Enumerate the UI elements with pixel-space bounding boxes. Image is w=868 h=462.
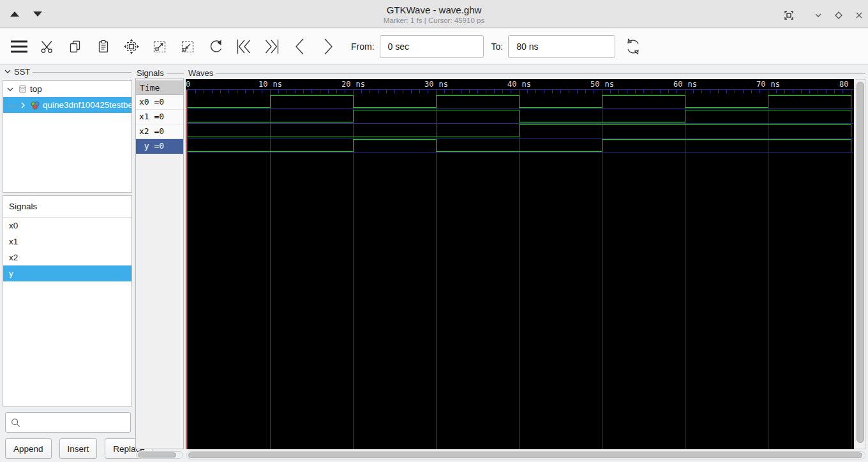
waves-hscrollbar[interactable]	[186, 451, 865, 459]
close-icon	[854, 10, 864, 20]
maximize-button[interactable]	[832, 9, 845, 22]
copy-button[interactable]	[61, 33, 89, 61]
waves-hscrollbar-thumb[interactable]	[188, 452, 862, 458]
zoom-out-button[interactable]	[174, 33, 202, 61]
sst-frame-label: SST	[4, 66, 131, 77]
titlebar: GTKWave - wave.ghw Marker: 1 fs | Cursor…	[0, 0, 868, 28]
zoom-in-icon	[151, 38, 168, 55]
wave-signal-name: x1	[139, 110, 149, 124]
cut-button[interactable]	[33, 33, 61, 61]
wave-names-hscrollbar-thumb[interactable]	[138, 452, 176, 458]
scissors-icon	[40, 39, 55, 54]
time-header[interactable]: Time	[136, 80, 183, 95]
waveform-trace-x1[interactable]	[188, 110, 851, 123]
database-icon	[17, 84, 28, 94]
chevron-right-icon	[320, 37, 336, 56]
clipboard-paste-icon	[96, 39, 111, 54]
search-icon	[10, 417, 21, 428]
window-title: GTKWave - wave.ghw	[0, 4, 868, 15]
close-button[interactable]	[853, 9, 865, 22]
skip-to-end-icon	[263, 38, 281, 56]
chevron-down-icon	[813, 10, 823, 20]
wave-names-panel: Time x0 =0x1 =0x2 =0y =0	[135, 78, 184, 449]
waves-vscrollbar-thumb[interactable]	[857, 82, 864, 443]
copy-icon	[68, 39, 83, 54]
waves-vscrollbar[interactable]	[855, 79, 866, 449]
waveform-canvas[interactable]: 010ns20ns30ns40ns50ns60ns70ns80ns	[186, 79, 854, 449]
toolbar: From: To:	[0, 29, 868, 64]
menu-button[interactable]	[5, 33, 33, 61]
wave-signal-value: =0	[149, 97, 164, 107]
fullscreen-button[interactable]	[782, 9, 795, 22]
waveform-trace-x2[interactable]	[188, 125, 851, 137]
tree-item-label: top	[30, 84, 42, 94]
wave-names-frame-label: Signals	[137, 68, 184, 78]
expander-open-icon[interactable]	[5, 84, 15, 94]
sst-tree-item-top[interactable]: top	[3, 81, 131, 97]
to-label: To:	[491, 41, 504, 52]
reload-button[interactable]	[619, 33, 647, 61]
zoom-out-icon	[179, 38, 196, 55]
shift-left-button[interactable]	[286, 33, 314, 61]
search-input[interactable]	[21, 418, 126, 428]
sst-tree-panel: topquine3dnf100425testbe	[3, 80, 132, 193]
sst-label: SST	[14, 67, 30, 77]
waveform-svg	[186, 79, 854, 449]
wave-names-hscrollbar[interactable]	[136, 451, 183, 459]
signal-search-results-panel: Signals x0x1x2y	[3, 195, 132, 406]
from-input[interactable]	[380, 35, 484, 58]
go-to-end-button[interactable]	[258, 33, 286, 61]
diamond-icon	[834, 10, 844, 20]
waveform-trace-x0[interactable]	[188, 96, 851, 108]
go-to-start-button[interactable]	[230, 33, 258, 61]
to-input[interactable]	[508, 35, 615, 58]
tree-guide-line	[8, 98, 16, 107]
zoom-fit-button[interactable]	[117, 33, 146, 61]
insert-button[interactable]: Insert	[59, 438, 98, 459]
zoom-fit-icon	[123, 38, 140, 55]
signal-action-buttons: Append Insert Replace	[5, 438, 153, 459]
skip-to-start-icon	[235, 38, 253, 56]
waves-label: Waves	[188, 68, 213, 78]
fullscreen-icon	[784, 10, 794, 20]
signals-list-header: Signals	[3, 196, 131, 218]
wave-signal-row-x1[interactable]: x1 =0	[136, 110, 183, 124]
undo-button[interactable]	[202, 33, 230, 61]
zoom-in-button[interactable]	[146, 33, 174, 61]
module-icon	[29, 100, 41, 110]
waves-frame-label: Waves	[188, 68, 865, 78]
marker-cursor-status: Marker: 1 fs | Cursor: 45910 ps	[0, 17, 868, 24]
paste-button[interactable]	[89, 33, 117, 61]
append-button[interactable]: Append	[5, 438, 52, 459]
wave-signal-name: x2	[139, 124, 149, 138]
signal-list-item-x2[interactable]: x2	[3, 250, 131, 265]
undo-arrow-icon	[207, 38, 224, 55]
gtkwave-window: GTKWave - wave.ghw Marker: 1 fs | Cursor…	[0, 0, 868, 462]
expander-closed-icon[interactable]	[18, 100, 28, 110]
wave-signal-row-x0[interactable]: x0 =0	[136, 95, 183, 110]
collapse-chevron-icon[interactable]	[4, 68, 11, 75]
wave-signal-row-x2[interactable]: x2 =0	[136, 124, 183, 139]
reload-icon	[624, 37, 643, 56]
chevron-left-icon	[292, 37, 308, 56]
wave-signal-value: =0	[149, 126, 164, 136]
signal-list-item-y[interactable]: y	[3, 265, 131, 281]
hamburger-menu-icon	[10, 38, 29, 55]
wave-signal-name: y	[139, 139, 149, 153]
minimize-button[interactable]	[812, 9, 825, 22]
tree-item-label: quine3dnf100425testbe	[43, 100, 131, 110]
shift-right-button[interactable]	[314, 33, 342, 61]
sst-tree-item-quine3dnf100425testbe[interactable]: quine3dnf100425testbe	[3, 97, 131, 113]
signal-list-item-x1[interactable]: x1	[3, 234, 131, 250]
wave-signal-row-y[interactable]: y =0	[136, 139, 183, 154]
wave-names-label: Signals	[137, 68, 164, 78]
wave-signal-value: =0	[149, 141, 164, 151]
signal-search-box[interactable]	[5, 412, 131, 433]
signal-list-item-x0[interactable]: x0	[3, 218, 131, 234]
wave-signal-name: x0	[139, 95, 149, 109]
wave-signal-value: =0	[149, 112, 164, 121]
from-label: From:	[351, 41, 375, 52]
